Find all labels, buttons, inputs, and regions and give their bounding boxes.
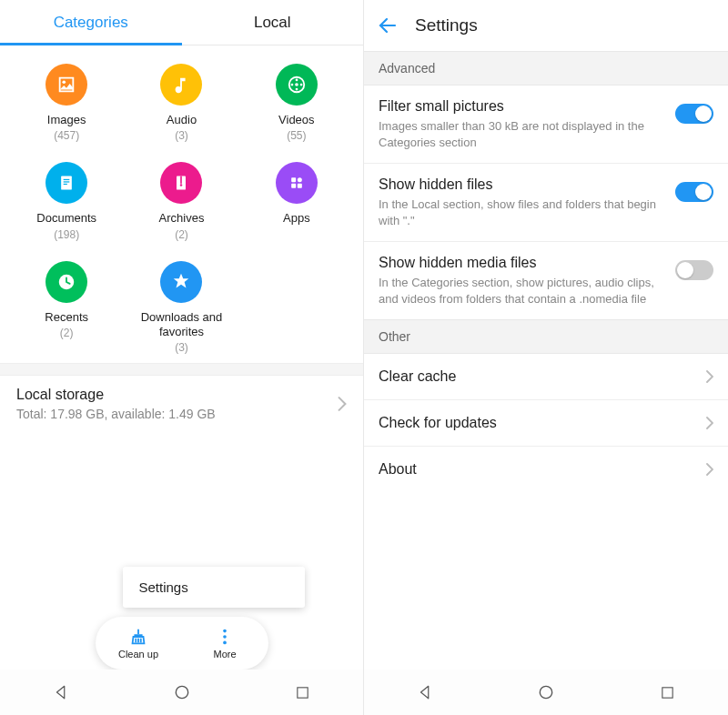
category-label: Videos <box>278 113 315 127</box>
category-label: Audio <box>167 113 197 127</box>
category-label: Archives <box>159 211 205 226</box>
svg-point-5 <box>295 88 298 91</box>
local-storage-row[interactable]: Local storage Total: 17.98 GB, available… <box>0 376 363 432</box>
divider <box>0 363 363 376</box>
setting-desc: In the Categories section, show pictures… <box>379 275 666 307</box>
category-count: (2) <box>60 327 74 339</box>
setting-label: Filter small pictures <box>379 98 666 115</box>
storage-sub: Total: 17.98 GB, available: 1.49 GB <box>16 407 338 421</box>
svg-point-0 <box>63 80 66 84</box>
svg-rect-25 <box>662 687 672 697</box>
category-images[interactable]: Images (457) <box>9 64 124 142</box>
more-menu-popup: Settings <box>123 567 305 608</box>
setting-desc: Images smaller than 30 kB are not displa… <box>379 118 666 150</box>
more-icon <box>215 627 235 647</box>
svg-rect-23 <box>298 687 308 697</box>
settings-header: Settings <box>364 0 728 51</box>
back-button[interactable] <box>375 13 400 38</box>
category-count: (3) <box>175 129 188 142</box>
setting-about[interactable]: About <box>364 447 728 492</box>
cleanup-label: Clean up <box>118 649 158 660</box>
svg-rect-17 <box>298 184 302 188</box>
page-title: Settings <box>415 15 478 35</box>
category-count: (457) <box>54 129 79 142</box>
svg-point-20 <box>223 635 227 639</box>
android-navbar <box>0 670 363 715</box>
section-advanced-header: Advanced <box>364 51 728 86</box>
setting-clear-cache[interactable]: Clear cache <box>364 354 728 400</box>
audio-icon <box>160 64 202 106</box>
chevron-right-icon <box>338 397 347 411</box>
toggle-filter-small-pictures[interactable] <box>675 104 713 124</box>
apps-icon <box>276 162 318 204</box>
nav-back-button[interactable] <box>51 682 71 702</box>
svg-rect-7 <box>61 176 72 190</box>
svg-rect-15 <box>298 177 302 182</box>
category-label: Images <box>47 113 86 127</box>
recents-icon <box>46 261 87 303</box>
images-icon <box>46 64 87 106</box>
categories-grid: Images (457) Audio (3) Videos (55) <box>0 45 363 363</box>
archives-icon <box>160 162 202 204</box>
bottom-action-bar: Clean up More <box>96 617 268 670</box>
section-other-header: Other <box>364 319 728 354</box>
nav-recents-button[interactable] <box>657 682 677 702</box>
cleanup-button[interactable]: Clean up <box>96 627 182 660</box>
svg-point-21 <box>223 641 227 645</box>
cleanup-icon <box>128 627 148 647</box>
tab-categories[interactable]: Categories <box>0 0 182 45</box>
toggle-show-hidden-media[interactable] <box>675 260 713 280</box>
category-recents[interactable]: Recents (2) <box>9 261 124 355</box>
category-label: Recents <box>45 310 88 325</box>
setting-label: About <box>379 461 706 478</box>
toggle-show-hidden-files[interactable] <box>675 182 713 202</box>
chevron-right-icon <box>706 370 713 383</box>
svg-point-13 <box>180 185 183 187</box>
setting-show-hidden-files[interactable]: Show hidden files In the Local section, … <box>364 164 728 242</box>
android-navbar <box>364 670 728 715</box>
more-label: More <box>213 649 236 660</box>
nav-home-button[interactable] <box>172 682 192 702</box>
setting-label: Check for updates <box>379 415 706 431</box>
svg-rect-14 <box>291 177 296 182</box>
nav-recents-button[interactable] <box>293 682 313 702</box>
category-audio[interactable]: Audio (3) <box>124 64 238 142</box>
category-count: (2) <box>175 228 188 241</box>
svg-rect-10 <box>64 184 67 185</box>
svg-point-3 <box>295 79 298 82</box>
category-count: (55) <box>287 129 306 142</box>
chevron-right-icon <box>706 463 713 476</box>
setting-check-updates[interactable]: Check for updates <box>364 400 728 447</box>
nav-back-button[interactable] <box>415 682 435 702</box>
tabs: Categories Local <box>0 0 363 45</box>
setting-show-hidden-media[interactable]: Show hidden media files In the Categorie… <box>364 242 728 319</box>
chevron-right-icon <box>706 417 713 429</box>
videos-icon <box>276 64 318 106</box>
file-manager-screen: Categories Local Images (457) Audio (3) <box>0 0 364 715</box>
settings-screen: Settings Advanced Filter small pictures … <box>364 0 728 715</box>
setting-desc: In the Local section, show files and fol… <box>379 196 666 228</box>
svg-rect-8 <box>64 179 70 180</box>
setting-label: Show hidden media files <box>379 255 666 271</box>
category-downloads[interactable]: Downloads and favorites (3) <box>124 261 238 355</box>
svg-point-24 <box>540 686 551 698</box>
setting-filter-small-pictures[interactable]: Filter small pictures Images smaller tha… <box>364 86 728 164</box>
more-button[interactable]: More <box>182 627 268 660</box>
tab-local[interactable]: Local <box>182 0 364 45</box>
svg-rect-16 <box>291 184 296 188</box>
section-other: Clear cache Check for updates About <box>364 354 728 492</box>
documents-icon <box>46 162 87 204</box>
category-count: (3) <box>175 341 188 354</box>
category-label: Downloads and favorites <box>131 310 231 340</box>
svg-rect-12 <box>181 176 183 184</box>
category-label: Documents <box>36 211 96 226</box>
category-apps[interactable]: Apps <box>239 162 354 240</box>
menu-item-settings[interactable]: Settings <box>139 579 288 595</box>
category-archives[interactable]: Archives (2) <box>124 162 238 240</box>
nav-home-button[interactable] <box>536 682 556 702</box>
category-count: (198) <box>54 228 79 241</box>
category-documents[interactable]: Documents (198) <box>9 162 124 240</box>
category-videos[interactable]: Videos (55) <box>239 64 354 142</box>
svg-rect-9 <box>64 182 70 183</box>
setting-label: Show hidden files <box>379 176 666 193</box>
